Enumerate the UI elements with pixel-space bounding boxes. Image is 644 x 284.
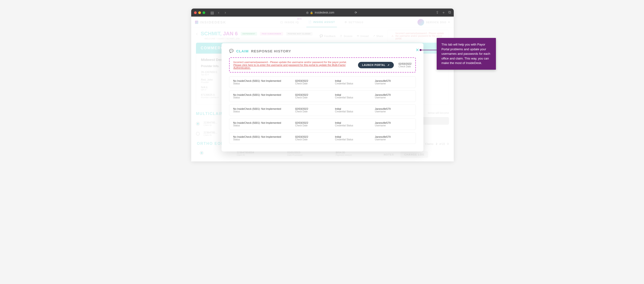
callout-pointer: [420, 50, 437, 50]
history-row: No InsideCheck (5001): Not ImplementedSt…: [229, 132, 416, 144]
close-modal-icon[interactable]: ✕: [416, 47, 419, 53]
history-row: No InsideCheck (5001): Not ImplementedSt…: [229, 104, 416, 116]
minimize-window-icon[interactable]: [198, 11, 201, 14]
claim-response-history-modal: 💬 CLAIM RESPONSE HISTORY ✕ Incorrect use…: [222, 43, 424, 151]
traffic-lights: [194, 11, 205, 14]
share-icon[interactable]: ⇪: [436, 10, 439, 15]
new-tab-icon[interactable]: ＋: [442, 10, 446, 15]
history-row: No InsideCheck (5001): Not ImplementedSt…: [229, 90, 416, 102]
url-bar[interactable]: ◎ 🔒 insidedesk.com ⟳: [229, 11, 434, 14]
sidebar-icon[interactable]: ▤: [210, 11, 214, 15]
lock-icon: 🔒: [310, 11, 313, 14]
shield-icon: ◎: [306, 11, 308, 14]
modal-title: 💬 CLAIM RESPONSE HISTORY: [229, 49, 416, 53]
warning-line-1: Incorrect username/password - Please upd…: [234, 61, 353, 64]
help-callout: This tab will help you with Payor Portal…: [437, 38, 496, 70]
maximize-window-icon[interactable]: [202, 11, 205, 14]
launch-portal-button[interactable]: LAUNCH PORTAL ↗: [358, 62, 394, 68]
forward-icon[interactable]: ›: [223, 11, 228, 15]
url-text: insidedesk.com: [315, 11, 334, 14]
close-window-icon[interactable]: [194, 11, 197, 14]
portal-warning-row: Incorrect username/password - Please upd…: [229, 57, 416, 73]
reload-icon[interactable]: ⟳: [355, 11, 357, 14]
browser-chrome: ▤ ‹ › ◎ 🔒 insidedesk.com ⟳ ⇪ ＋ ⧉: [191, 9, 454, 17]
tabs-icon[interactable]: ⧉: [448, 10, 451, 15]
back-icon[interactable]: ‹: [216, 11, 221, 15]
warning-line-2-link[interactable]: Please click here to re-enter the userna…: [234, 64, 353, 69]
external-link-icon: ↗: [388, 64, 390, 66]
history-row: No InsideCheck (5001): Not ImplementedSt…: [229, 76, 416, 88]
history-row: No InsideCheck (5001): Not ImplementedSt…: [229, 118, 416, 130]
chat-bubble-icon: 💬: [229, 49, 234, 53]
